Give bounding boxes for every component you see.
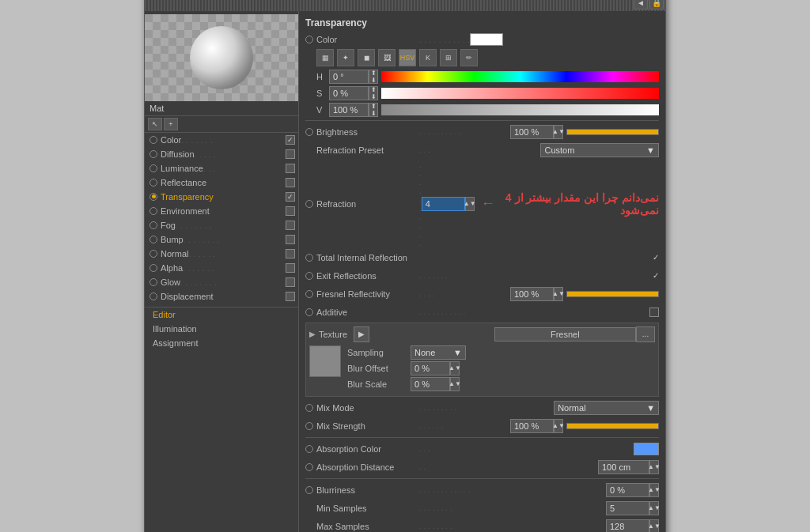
texture-play[interactable]: ▶ xyxy=(354,326,369,342)
absorption-distance-input[interactable] xyxy=(598,460,649,474)
checkbox-luminance[interactable] xyxy=(286,164,295,173)
sidebar-items-list: Color . . . . . . . ✓ Diffusion . . . . … xyxy=(145,133,298,304)
checkbox-color[interactable]: ✓ xyxy=(286,135,295,145)
nav-illumination[interactable]: Illumination xyxy=(145,322,298,336)
sampling-label: Sampling xyxy=(347,348,411,357)
fresnel-spinner[interactable]: ▲▼ xyxy=(554,287,563,301)
refraction-input[interactable] xyxy=(422,197,465,211)
blurriness-spinner[interactable]: ▲▼ xyxy=(649,483,659,497)
checkbox-reflectance[interactable] xyxy=(286,178,295,187)
exit-reflections-row: Exit Reflections . . . . . . . ✓ xyxy=(305,268,659,284)
blurriness-input[interactable] xyxy=(606,483,649,497)
checkbox-normal[interactable] xyxy=(286,249,295,258)
mixer-tool[interactable]: ⊞ xyxy=(440,49,457,66)
material-editor-window: M Material Editor − □ ✕ ◄ 🔒 Mat ↖ xyxy=(144,0,666,532)
kelvin-tool[interactable]: K xyxy=(419,49,437,66)
sidebar-item-alpha[interactable]: Alpha . . . . . . . xyxy=(145,261,298,275)
color-dots: . . . . . . . . . . . xyxy=(419,35,470,44)
arrow-button[interactable]: ◄ xyxy=(634,0,648,9)
checkbox-bump[interactable] xyxy=(286,235,295,244)
min-samples-spinner[interactable]: ▲▼ xyxy=(649,501,659,515)
sidebar-item-bump[interactable]: Bump . . . . . . . . xyxy=(145,232,298,247)
mix-mode-row: Mix Mode . . . . . . . . . Normal ▼ xyxy=(305,400,659,416)
checkbox-environment[interactable] xyxy=(286,206,295,216)
checkbox-glow[interactable] xyxy=(286,277,295,287)
val-gradient[interactable] xyxy=(381,104,659,115)
h-input[interactable] xyxy=(329,70,369,84)
nav-assignment[interactable]: Assignment xyxy=(145,336,298,350)
blur-offset-input[interactable] xyxy=(411,361,450,375)
blur-scale-input[interactable] xyxy=(411,377,450,391)
h-spinner[interactable]: ⬆⬇ xyxy=(369,70,378,84)
radio-mix-mode xyxy=(305,404,313,412)
v-spinner[interactable]: ⬆⬇ xyxy=(369,103,378,117)
refraction-spinner[interactable]: ▲▼ xyxy=(465,197,475,211)
radio-color-dot xyxy=(305,36,313,43)
brightness-row: Brightness . . . . . . . . . . ▲▼ xyxy=(305,124,659,140)
material-preview-sphere xyxy=(190,26,253,89)
sidebar-item-color[interactable]: Color . . . . . . . ✓ xyxy=(145,133,298,147)
total-internal-reflection-row: Total Internal Reflection ✓ xyxy=(305,250,659,266)
hsv-tool[interactable]: HSV xyxy=(399,49,416,66)
sidebar-item-environment[interactable]: Environment xyxy=(145,204,298,218)
texture-expand-arrow[interactable]: ▶ xyxy=(309,330,316,338)
sidebar-toolbar: ↖ + xyxy=(145,116,298,133)
add-tool[interactable]: + xyxy=(164,118,178,130)
radio-transparency xyxy=(150,193,157,201)
more-button[interactable]: ... xyxy=(636,326,655,342)
blur-scale-spinner[interactable]: ▲▼ xyxy=(450,377,460,391)
max-samples-input[interactable] xyxy=(606,519,649,533)
gradient-tool[interactable]: ▦ xyxy=(316,49,334,66)
sidebar-item-displacement[interactable]: Displacement xyxy=(145,289,298,304)
sidebar-item-luminance[interactable]: Luminance . . . xyxy=(145,161,298,175)
mix-mode-dropdown[interactable]: Normal ▼ xyxy=(554,401,659,415)
checkbox-alpha[interactable] xyxy=(286,263,295,273)
min-samples-input[interactable] xyxy=(606,501,649,515)
sat-gradient[interactable] xyxy=(381,88,659,99)
picker-tool[interactable]: ✏ xyxy=(460,49,478,66)
sidebar-item-transparency[interactable]: Transparency ✓ xyxy=(145,190,298,204)
radio-environment xyxy=(150,207,157,215)
radio-blurriness xyxy=(305,486,313,494)
s-spinner[interactable]: ⬆⬇ xyxy=(369,86,378,100)
tir-check: ✓ xyxy=(653,253,659,262)
checkbox-fog[interactable] xyxy=(286,221,295,230)
absorption-color-swatch[interactable] xyxy=(634,443,659,455)
checkbox-transparency[interactable]: ✓ xyxy=(286,192,295,202)
nav-editor[interactable]: Editor xyxy=(145,308,298,322)
absorption-distance-spinner[interactable]: ▲▼ xyxy=(649,460,659,474)
image-tool[interactable]: 🖼 xyxy=(378,49,396,66)
swatch-tool[interactable]: ◼ xyxy=(358,49,375,66)
texture-body: Sampling None ▼ Blur Offset ▲▼ xyxy=(309,345,655,393)
fresnel-button[interactable]: Fresnel xyxy=(494,327,636,341)
hue-gradient[interactable] xyxy=(381,71,659,82)
sidebar-item-diffusion[interactable]: Diffusion . . . . . xyxy=(145,147,298,161)
color-swatch[interactable] xyxy=(470,33,503,46)
s-input[interactable] xyxy=(329,86,369,100)
checkbox-diffusion[interactable] xyxy=(286,149,295,159)
h-channel-row: H ⬆⬇ xyxy=(305,70,659,84)
sidebar-item-fog[interactable]: Fog . . . . . . . . xyxy=(145,218,298,232)
cursor-tool[interactable]: ↖ xyxy=(148,118,162,130)
tir-label: Total Internal Reflection xyxy=(316,253,419,262)
sidebar-item-reflectance[interactable]: Reflectance xyxy=(145,175,298,190)
spectrum-tool[interactable]: ✦ xyxy=(337,49,354,66)
sidebar-item-normal[interactable]: Normal . . . . . . xyxy=(145,247,298,261)
section-title: Transparency xyxy=(305,17,659,28)
refraction-preset-dropdown[interactable]: Custom ▼ xyxy=(540,143,659,157)
sidebar-item-glow[interactable]: Glow . . . . . . . . xyxy=(145,275,298,289)
max-samples-spinner[interactable]: ▲▼ xyxy=(649,519,659,533)
sampling-dropdown[interactable]: None ▼ xyxy=(411,345,466,360)
brightness-input[interactable] xyxy=(510,125,554,139)
brightness-spinner[interactable]: ▲▼ xyxy=(554,125,563,139)
fresnel-input[interactable] xyxy=(510,287,554,301)
checkbox-displacement[interactable] xyxy=(286,292,295,301)
lock-button[interactable]: 🔒 xyxy=(649,0,664,9)
additive-checkbox[interactable] xyxy=(649,308,659,317)
mix-strength-input[interactable] xyxy=(510,419,554,433)
blur-offset-label: Blur Offset xyxy=(347,364,411,373)
blur-offset-spinner[interactable]: ▲▼ xyxy=(450,361,460,375)
mix-strength-spinner[interactable]: ▲▼ xyxy=(554,419,563,433)
texture-preview-thumb xyxy=(309,345,341,377)
v-input[interactable] xyxy=(329,103,369,117)
